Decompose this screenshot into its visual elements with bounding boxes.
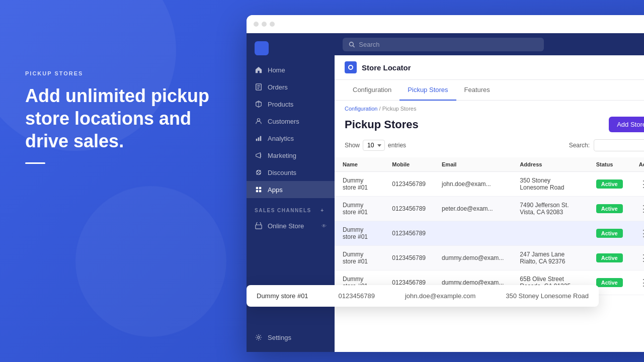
sidebar-item-discounts[interactable]: Discounts (247, 164, 335, 181)
table-search-input[interactable] (594, 139, 644, 151)
cell-action-4: ⋮ (631, 270, 644, 295)
products-icon (255, 100, 263, 108)
home-icon (255, 66, 263, 74)
sidebar-item-settings[interactable]: Settings (247, 329, 335, 346)
cell-action-0: ⋮ (631, 172, 644, 197)
app-icon (345, 61, 357, 73)
sidebar-logo (247, 37, 335, 59)
tooltip-store-name: Dummy store #01 (257, 292, 308, 300)
cell-mobile-2: 0123456789 (384, 221, 434, 246)
sidebar-label-customers: Customers (268, 118, 299, 125)
svg-rect-20 (259, 190, 261, 192)
cell-address-3: 247 James Lane Rialto, CA 92376 (512, 246, 588, 270)
col-email: Email (434, 157, 512, 172)
section-label: PICKUP STORES (25, 70, 216, 76)
status-badge-1: Active (596, 204, 623, 213)
table-row: Dummy store #01 0123456789 john.doe@exam… (335, 172, 644, 197)
cell-name-2: Dummy store #01 (335, 221, 384, 246)
svg-rect-9 (260, 136, 262, 141)
sidebar-item-home[interactable]: Home (247, 61, 335, 78)
action-menu-2[interactable]: ⋮ (639, 228, 644, 238)
content-area: Store Locator Configuration Pickup Store… (335, 55, 644, 352)
apps-icon (255, 186, 263, 194)
cell-email-0: john.doe@exam... (434, 172, 512, 197)
section-header-label: SALES CHANNELS (255, 208, 311, 213)
app-header: Store Locator (335, 55, 644, 80)
status-badge-0: Active (596, 179, 623, 189)
customers-icon (255, 117, 263, 125)
cell-status-3: Active (588, 246, 631, 270)
store-icon (255, 222, 263, 230)
sidebar-label-orders: Orders (268, 83, 288, 91)
browser-dot-1 (254, 22, 259, 27)
settings-icon (255, 333, 263, 341)
add-store-button[interactable]: Add Store (609, 117, 644, 132)
orders-icon (255, 83, 263, 91)
search-input[interactable] (359, 41, 538, 48)
breadcrumb: Configuration / Pickup Stores (335, 101, 644, 114)
sidebar-item-orders[interactable]: Orders (247, 78, 335, 96)
discounts-icon (255, 168, 263, 176)
sidebar-item-online-store[interactable]: Online Store 👁 (247, 217, 335, 234)
left-panel: PICKUP STORES Add unlimited pickup store… (25, 70, 216, 164)
store-visibility-icon: 👁 (321, 223, 327, 229)
data-table: Name Mobile Email Address Status Action … (335, 157, 644, 295)
table-header-row: Name Mobile Email Address Status Action (335, 157, 644, 172)
svg-point-23 (350, 42, 354, 46)
sidebar-item-apps[interactable]: Apps (247, 181, 335, 198)
sidebar-label-home: Home (268, 66, 285, 74)
sidebar-label-marketing: Marketing (268, 152, 296, 159)
sidebar-item-products[interactable]: Products (247, 96, 335, 113)
tab-features[interactable]: Features (456, 80, 498, 101)
cell-mobile-1: 0123456789 (384, 197, 434, 221)
svg-line-24 (353, 45, 354, 47)
tabs-more-icon[interactable]: ··· (639, 81, 644, 99)
breadcrumb-parent[interactable]: Configuration (345, 106, 377, 112)
sidebar-item-marketing[interactable]: Marketing (247, 147, 335, 164)
svg-rect-18 (259, 187, 261, 189)
sidebar-item-customers[interactable]: Customers (247, 113, 335, 130)
analytics-icon (255, 134, 263, 142)
action-menu-3[interactable]: ⋮ (639, 253, 644, 263)
tab-configuration[interactable]: Configuration (345, 80, 399, 101)
cell-name-1: Dummy store #01 (335, 197, 384, 221)
page-title: Pickup Stores (345, 118, 419, 131)
action-menu-4[interactable]: ⋮ (639, 278, 644, 288)
table-body: Dummy store #01 0123456789 john.doe@exam… (335, 172, 644, 295)
svg-point-6 (257, 119, 260, 121)
svg-point-22 (258, 336, 260, 338)
show-entries: Show 10 25 50 entries (345, 140, 406, 151)
add-channel-button[interactable]: + (318, 206, 327, 214)
bg-decoration-2 (75, 186, 226, 337)
col-address: Address (512, 157, 588, 172)
search-bar[interactable] (343, 38, 544, 51)
app-title: Store Locator (362, 63, 411, 72)
action-menu-1[interactable]: ⋮ (639, 204, 644, 214)
page-title-row: Pickup Stores Add Store (335, 114, 644, 139)
tab-pickup-stores[interactable]: Pickup Stores (399, 80, 456, 101)
action-menu-0[interactable]: ⋮ (639, 179, 644, 189)
marketing-icon (255, 151, 263, 159)
cell-address-2 (512, 221, 588, 246)
browser-window: Home Orders Products (247, 15, 644, 352)
sidebar-label-products: Products (268, 101, 293, 108)
heading-divider (25, 162, 45, 164)
entries-label: entries (388, 142, 406, 149)
col-action: Action (631, 157, 644, 172)
status-badge-2: Active (596, 229, 623, 238)
entries-select[interactable]: 10 25 50 (363, 140, 385, 151)
browser-dot-3 (270, 22, 275, 27)
top-bar (335, 33, 644, 55)
table-search-control: Search: (569, 139, 644, 151)
svg-rect-19 (256, 190, 258, 192)
sidebar-label-online-store: Online Store (268, 222, 304, 230)
tabs-bar: Configuration Pickup Stores Features ··· (335, 80, 644, 101)
sidebar-item-analytics[interactable]: Analytics (247, 130, 335, 147)
cell-mobile-0: 0123456789 (384, 172, 434, 197)
tooltip-card: Dummy store #01 0123456789 john.doe@exam… (247, 285, 599, 307)
sidebar-label-apps: Apps (268, 186, 283, 194)
cell-email-1: peter.doe@exam... (434, 197, 512, 221)
sidebar-label-analytics: Analytics (268, 135, 294, 142)
svg-rect-17 (256, 187, 258, 189)
browser-dot-2 (262, 22, 267, 27)
